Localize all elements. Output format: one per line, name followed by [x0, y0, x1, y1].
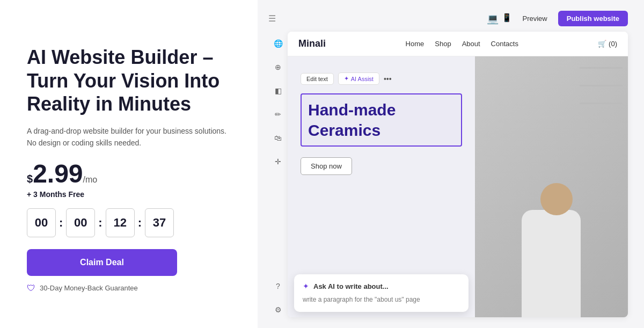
hero-right-image [475, 56, 628, 317]
mobile-icon[interactable]: 📱 [502, 13, 512, 25]
publish-button[interactable]: Publish website [558, 11, 628, 26]
builder-topbar: ☰ 💻 📱 Preview Publish website [268, 11, 628, 26]
sidebar-tool-add[interactable]: ⊕ [270, 60, 286, 75]
sidebar-tool-layers[interactable]: ◧ [270, 83, 286, 98]
person-head [540, 183, 573, 215]
main-heading: AI Website Builder – Turn Your Vision In… [27, 46, 231, 115]
price-dollar: $ [27, 173, 33, 185]
hero-left: Edit text ✦ AI Assist ••• Hand-made Cera… [288, 56, 475, 317]
nav-contacts[interactable]: Contacts [491, 40, 518, 48]
nav-home[interactable]: Home [406, 40, 425, 48]
device-icons: 💻 📱 [487, 13, 512, 25]
person-figure [522, 183, 581, 317]
ai-popup: ✦ Ask AI to write about... write a parag… [294, 274, 469, 312]
guarantee-text: 30-Day Money-Back Guarantee [40, 284, 138, 292]
topbar-left: ☰ [268, 13, 276, 24]
shop-now-button[interactable]: Shop now [301, 157, 352, 175]
countdown-sep1: : [59, 216, 63, 230]
ai-assist-button[interactable]: ✦ AI Assist [338, 72, 379, 85]
left-panel: AI Website Builder – Turn Your Vision In… [0, 0, 258, 328]
hero-heading-box: Hand-made Ceramics [301, 93, 462, 147]
ai-sparkle-icon: ✦ [344, 75, 349, 82]
sidebar-tool-settings[interactable]: ⚙ [270, 302, 286, 317]
price-row: $ 2.99 /mo [27, 161, 231, 187]
countdown-sep2: : [98, 216, 102, 230]
sidebar-tool-move[interactable]: ✛ [270, 154, 286, 169]
hero-background [475, 56, 628, 317]
hero-section: Edit text ✦ AI Assist ••• Hand-made Cera… [288, 56, 628, 317]
hamburger-icon[interactable]: ☰ [268, 13, 276, 24]
countdown-hours1: 00 [27, 208, 56, 237]
ai-popup-title: Ask AI to write about... [313, 282, 389, 290]
site-nav: Minali Home Shop About Contacts 🛒 (0) [288, 32, 628, 56]
edit-text-button[interactable]: Edit text [301, 73, 334, 85]
sub-text: A drag-and-drop website builder for your… [27, 125, 231, 149]
shield-icon: 🛡 [27, 283, 35, 293]
site-menu: Home Shop About Contacts [406, 40, 518, 48]
countdown-sep3: : [138, 216, 142, 230]
claim-deal-button[interactable]: Claim Deal [27, 249, 177, 276]
free-months: + 3 Months Free [27, 190, 231, 199]
hero-heading: Hand-made Ceramics [308, 100, 455, 140]
ai-popup-header: ✦ Ask AI to write about... [303, 282, 460, 290]
site-logo: Minali [298, 38, 326, 49]
preview-button[interactable]: Preview [518, 12, 552, 25]
countdown-minutes: 12 [106, 208, 135, 237]
person-body [522, 210, 581, 317]
sidebar-tool-globe[interactable]: 🌐 [270, 36, 286, 51]
topbar-right: 💻 📱 Preview Publish website [487, 11, 628, 26]
desktop-icon[interactable]: 💻 [487, 13, 499, 25]
countdown-row: 00 : 00 : 12 : 37 [27, 208, 231, 237]
nav-shop[interactable]: Shop [435, 40, 451, 48]
cart-count: (0) [609, 40, 617, 48]
more-options-button[interactable]: ••• [384, 75, 392, 83]
ai-popup-placeholder-text[interactable]: write a paragraph for the "about us" pag… [303, 295, 460, 304]
countdown-hours2: 00 [66, 208, 95, 237]
sidebar-tool-shop[interactable]: 🛍 [270, 130, 286, 145]
guarantee-row: 🛡 30-Day Money-Back Guarantee [27, 283, 231, 293]
editor-area: 🌐 ⊕ ◧ ✏ 🛍 ✛ ? ⚙ Minali Home Shop About C… [268, 32, 628, 317]
ai-popup-sparkle-icon: ✦ [303, 282, 309, 290]
editor-sidebar: 🌐 ⊕ ◧ ✏ 🛍 ✛ ? ⚙ [268, 32, 288, 317]
sidebar-tool-edit[interactable]: ✏ [270, 107, 286, 122]
sidebar-tool-help[interactable]: ? [270, 279, 286, 294]
canvas-area: Minali Home Shop About Contacts 🛒 (0) Ed… [288, 32, 628, 317]
edit-toolbar: Edit text ✦ AI Assist ••• [301, 72, 462, 85]
price-main: 2.99 [33, 161, 83, 187]
shelf-decoration [580, 67, 623, 120]
price-suffix: /mo [83, 175, 98, 185]
right-panel: ☰ 💻 📱 Preview Publish website 🌐 ⊕ ◧ ✏ 🛍 … [258, 0, 644, 328]
cart-area[interactable]: 🛒 (0) [598, 40, 617, 48]
countdown-seconds: 37 [145, 208, 174, 237]
nav-about[interactable]: About [462, 40, 480, 48]
